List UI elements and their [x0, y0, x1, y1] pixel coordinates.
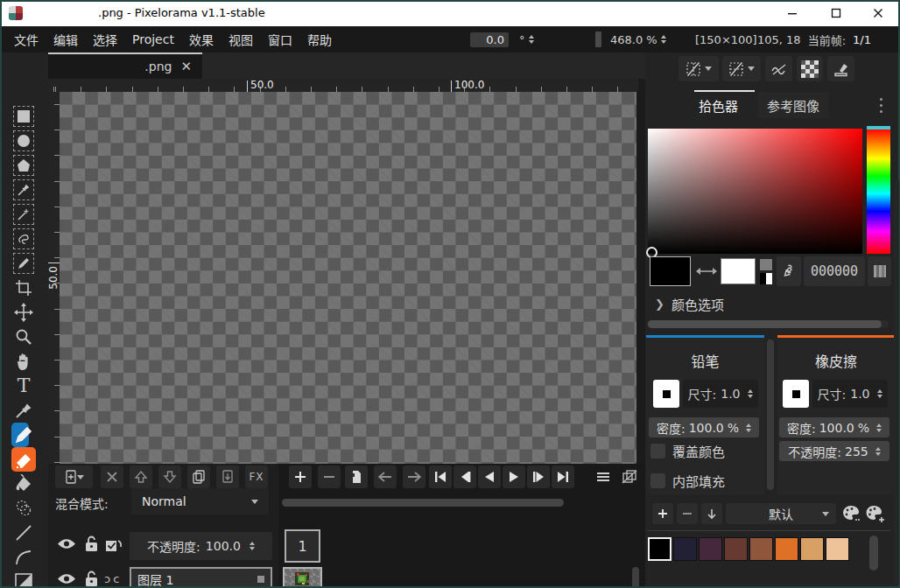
line-tool[interactable]	[11, 521, 36, 545]
pencil-density-slider[interactable]: 密度: 100.0 %	[649, 417, 759, 438]
color-picker-tool[interactable]	[11, 398, 36, 423]
vertical-ruler[interactable]: 50.0	[48, 92, 60, 464]
next-frame-button[interactable]	[527, 466, 550, 488]
eraser-size-spinbox[interactable]: 尺寸: 1.0	[812, 380, 888, 408]
play-button[interactable]	[503, 466, 525, 488]
tab-close-icon[interactable]: ✕	[180, 60, 192, 74]
pencil-brush-button[interactable]	[653, 380, 679, 408]
zoom-spinner[interactable]	[661, 32, 666, 46]
palette-swatch[interactable]	[724, 537, 748, 561]
canvas-viewport[interactable]	[60, 92, 636, 464]
eraser-opacity-slider[interactable]: 不透明度: 255	[779, 441, 889, 461]
opacity-spinner[interactable]	[875, 444, 881, 458]
menu-effects[interactable]: 效果	[187, 29, 215, 50]
move-layer-up-button[interactable]	[130, 466, 152, 488]
palette-swatch[interactable]	[775, 537, 798, 561]
layer-opacity-spinner[interactable]	[250, 539, 255, 553]
secondary-color-swatch[interactable]	[721, 258, 756, 284]
timeline-vertical-scrollbar[interactable]	[632, 567, 639, 588]
maximize-button[interactable]	[817, 0, 855, 26]
bucket-tool[interactable]	[11, 472, 36, 496]
layer-drag-handle[interactable]	[257, 576, 264, 583]
curve-tool[interactable]	[11, 545, 36, 570]
vertical-mirror-button[interactable]	[722, 56, 761, 81]
play-backwards-button[interactable]	[478, 466, 501, 488]
zoom-slider-grabber[interactable]	[595, 32, 601, 47]
rectangle-shape-tool[interactable]	[11, 570, 36, 588]
add-frame-button[interactable]	[289, 466, 312, 488]
layer-fx-button[interactable]: FX	[245, 466, 268, 488]
color-options-expander[interactable]: ❯ 颜色选项	[655, 295, 724, 313]
previous-frame-button[interactable]	[454, 466, 476, 488]
rotation-spinner[interactable]	[529, 32, 534, 46]
text-tool[interactable]: T	[11, 374, 36, 398]
saturation-value-box[interactable]	[648, 129, 862, 254]
layer-lock-toggle[interactable]	[85, 570, 98, 587]
density-spinner[interactable]	[876, 421, 882, 435]
layer-link-toggle[interactable]: ɔc	[104, 572, 119, 585]
palette-swatch[interactable]	[699, 537, 722, 561]
shading-tool[interactable]	[11, 496, 36, 521]
merge-down-button[interactable]	[216, 466, 239, 488]
polygon-select-tool[interactable]	[11, 153, 36, 178]
menu-view[interactable]: 视图	[227, 29, 255, 50]
global-lock-toggle[interactable]	[85, 536, 98, 552]
menu-select[interactable]: 选择	[91, 29, 119, 50]
clone-layer-button[interactable]	[187, 466, 210, 488]
default-colors-gray-swatch[interactable]	[760, 259, 772, 270]
crop-tool[interactable]	[11, 276, 36, 300]
screen-color-picker-button[interactable]	[777, 256, 801, 286]
add-color-button[interactable]	[652, 503, 673, 524]
document-tab[interactable]: .png ✕	[48, 52, 202, 79]
pencil-tool[interactable]	[11, 423, 36, 447]
tab-color-picker[interactable]: 拾色器	[699, 96, 738, 115]
timeline-horizontal-scrollbar[interactable]	[282, 499, 564, 507]
blend-mode-dropdown[interactable]: Normal	[131, 488, 269, 514]
minimize-button[interactable]	[773, 0, 812, 26]
palette-swatch[interactable]	[800, 537, 824, 561]
onion-skinning-button[interactable]	[618, 466, 641, 488]
dithering-button[interactable]	[797, 56, 823, 81]
hue-slider-grabber[interactable]	[867, 126, 890, 130]
palette-select-dropdown[interactable]: 默认	[726, 503, 836, 524]
color-select-tool[interactable]	[11, 178, 36, 202]
eraser-tool[interactable]	[11, 447, 36, 472]
expand-layers-toggle[interactable]	[105, 537, 123, 552]
sort-palette-button[interactable]	[701, 503, 722, 524]
hex-color-field[interactable]: 000000	[804, 256, 865, 286]
layer-visibility-toggle[interactable]	[57, 572, 76, 585]
color-mode-button[interactable]	[868, 256, 891, 286]
paint-select-tool[interactable]	[11, 251, 36, 276]
go-to-last-frame-button[interactable]	[552, 466, 574, 488]
move-frame-right-button[interactable]	[403, 466, 425, 488]
remove-color-button[interactable]	[677, 503, 698, 524]
menu-edit[interactable]: 编辑	[52, 29, 80, 50]
add-layer-button[interactable]	[55, 466, 93, 488]
global-visibility-toggle[interactable]	[57, 537, 76, 550]
horizontal-mirror-button[interactable]	[679, 56, 719, 81]
density-spinner[interactable]	[746, 421, 751, 435]
tab-reference-images[interactable]: 参考图像	[758, 92, 828, 118]
close-button[interactable]	[859, 0, 897, 26]
pencil-size-spinbox[interactable]: 尺寸: 1.0	[683, 380, 758, 408]
pan-tool[interactable]	[11, 349, 36, 374]
tool-panel-scrollbar[interactable]	[767, 340, 774, 490]
palette-swatch[interactable]	[749, 537, 773, 561]
move-layer-down-button[interactable]	[158, 466, 181, 488]
layer-name-field[interactable]: 图层 1	[130, 567, 272, 588]
size-spinner[interactable]	[748, 387, 753, 401]
clone-frame-button[interactable]	[345, 466, 368, 488]
eraser-density-slider[interactable]: 密度: 100.0 %	[779, 417, 889, 438]
size-spinner[interactable]	[877, 387, 882, 401]
pixel-perfect-button[interactable]	[765, 56, 792, 81]
edit-palette-button[interactable]	[841, 503, 862, 524]
fill-inside-checkbox[interactable]: 内部填充	[650, 472, 725, 490]
zoom-value[interactable]: 468.0 %	[610, 33, 657, 46]
eraser-brush-button[interactable]	[783, 380, 809, 408]
lasso-select-tool[interactable]	[11, 227, 36, 251]
hue-slider[interactable]	[867, 129, 890, 254]
menu-help[interactable]: 帮助	[306, 29, 334, 50]
default-colors-bw-swatch[interactable]	[760, 273, 772, 284]
menu-project[interactable]: Project	[130, 31, 176, 48]
horizontal-ruler[interactable]: 50.0 100.0	[48, 79, 638, 92]
